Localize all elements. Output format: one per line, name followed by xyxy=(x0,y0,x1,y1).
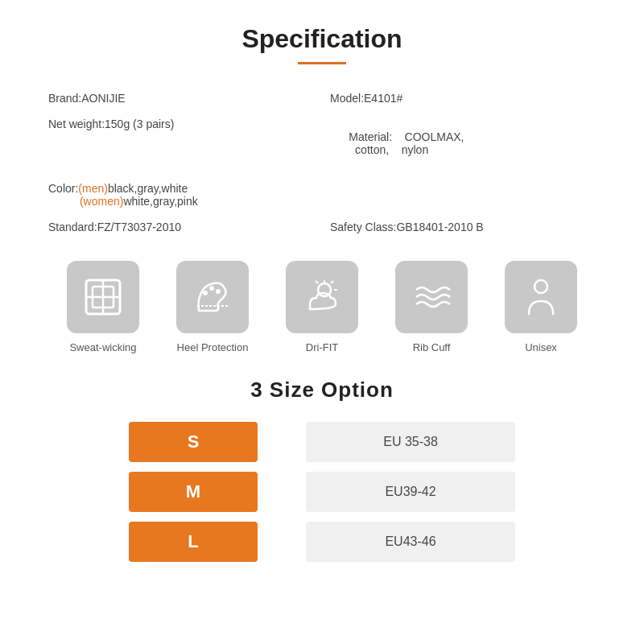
color-row: Color:(men)black,gray,white (women)white… xyxy=(48,179,314,211)
model-row: Model:E4101# xyxy=(330,89,596,108)
brand-value: AONIJIE xyxy=(81,92,125,105)
size-rows: S EU 35-38 M EU39-42 L EU43-46 xyxy=(48,422,596,562)
size-row-l: L EU43-46 xyxy=(129,522,515,562)
model-value: E4101# xyxy=(364,92,402,105)
svg-point-13 xyxy=(535,280,547,293)
feature-heel-protection: Heel Protection xyxy=(168,261,257,353)
feature-sweat-wicking: Sweat-wicking xyxy=(59,261,147,353)
dri-fit-icon-box xyxy=(286,261,358,333)
size-row-m: M EU39-42 xyxy=(129,472,515,512)
feature-unisex: Unisex xyxy=(497,261,585,353)
svg-point-7 xyxy=(203,291,208,295)
sweat-wicking-label: Sweat-wicking xyxy=(69,341,136,353)
standard-label: Standard: xyxy=(48,221,97,233)
standard-row: Standard:FZ/T73037-2010 xyxy=(48,217,314,237)
safety-value: GB18401-2010 B xyxy=(396,221,483,233)
svg-point-6 xyxy=(209,286,214,291)
material-row: Material: COOLMAX, cotton, nylon xyxy=(330,114,596,172)
color-men: (men) xyxy=(78,182,108,195)
model-label: Model: xyxy=(330,92,364,105)
brand-row: Brand:AONIJIE xyxy=(48,89,314,108)
page-container: Specification Brand:AONIJIE Model:E4101#… xyxy=(0,0,644,602)
dri-fit-label: Dri-FIT xyxy=(306,341,338,353)
unisex-label: Unisex xyxy=(525,341,557,353)
safety-row: Safety Class:GB18401-2010 B xyxy=(330,217,596,237)
weight-label: Net weight: xyxy=(48,118,105,130)
unisex-icon-box xyxy=(505,261,577,333)
brand-label: Brand: xyxy=(48,92,81,105)
safety-label: Safety Class: xyxy=(330,221,396,233)
color-women-value: white,gray,pink xyxy=(123,195,197,208)
size-s-range: EU 35-38 xyxy=(306,422,515,462)
feature-dri-fit: Dri-FIT xyxy=(278,261,366,353)
size-section: 3 Size Option S EU 35-38 M EU39-42 xyxy=(48,378,596,562)
size-s-button[interactable]: S xyxy=(129,422,258,462)
heel-protection-icon xyxy=(191,275,234,319)
features-section: Sweat-wicking Heel Protection xyxy=(48,261,596,353)
rib-cuff-label: Rib Cuff xyxy=(413,341,451,353)
color-women: (women) xyxy=(80,195,123,208)
size-l-range: EU43-46 xyxy=(306,522,515,562)
size-m-button[interactable]: M xyxy=(129,472,258,512)
color-label: Color: xyxy=(48,182,78,195)
material-label: Material: xyxy=(349,130,392,143)
feature-rib-cuff: Rib Cuff xyxy=(387,261,476,353)
dri-fit-icon xyxy=(300,275,344,319)
title-section: Specification xyxy=(48,24,596,64)
sweat-wicking-icon-box xyxy=(67,261,139,333)
color-men-value: black,gray,white xyxy=(108,182,188,195)
size-m-range: EU39-42 xyxy=(306,472,515,512)
heel-protection-icon-box xyxy=(176,261,249,333)
material-spacer xyxy=(330,179,596,211)
svg-point-5 xyxy=(216,289,221,294)
unisex-icon xyxy=(519,275,563,319)
svg-line-12 xyxy=(316,281,318,283)
svg-line-11 xyxy=(331,281,333,283)
weight-value: 150g (3 pairs) xyxy=(105,118,174,130)
rib-cuff-icon xyxy=(410,275,453,319)
page-title: Specification xyxy=(48,24,596,54)
heel-protection-label: Heel Protection xyxy=(177,341,249,353)
weight-row: Net weight:150g (3 pairs) xyxy=(48,114,314,172)
standard-value: FZ/T73037-2010 xyxy=(97,221,181,233)
size-row-s: S EU 35-38 xyxy=(129,422,515,462)
sweat-wicking-icon xyxy=(81,275,125,319)
title-underline xyxy=(298,62,346,64)
size-l-button[interactable]: L xyxy=(129,522,258,562)
specs-section: Brand:AONIJIE Model:E4101# Net weight:15… xyxy=(48,89,596,237)
size-title: 3 Size Option xyxy=(48,378,596,402)
rib-cuff-icon-box xyxy=(395,261,468,333)
